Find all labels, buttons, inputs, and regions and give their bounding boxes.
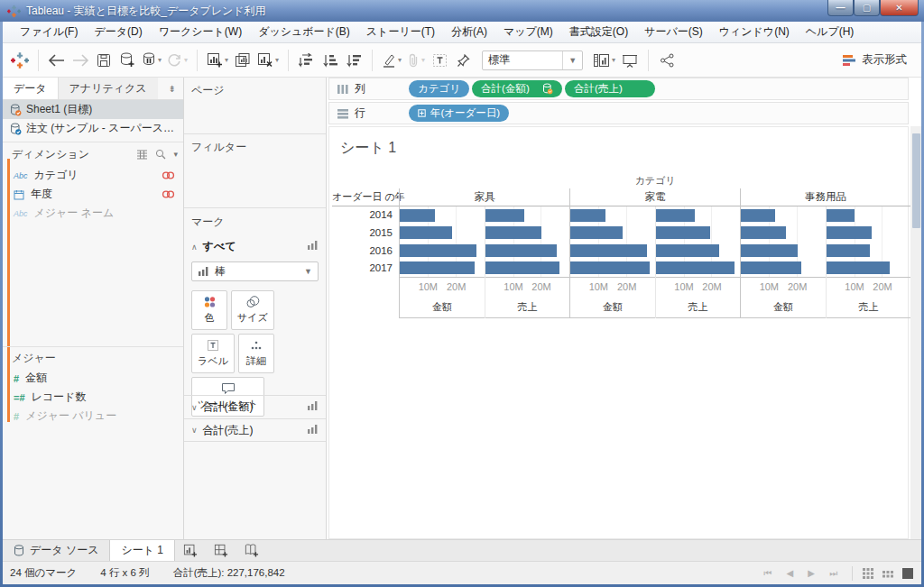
text-label-button[interactable] xyxy=(428,48,451,73)
menu-item-0[interactable]: ファイル(F) xyxy=(12,22,86,42)
swap-axes-button[interactable] xyxy=(295,48,319,73)
show-sheet-sorter-icon[interactable] xyxy=(862,567,874,580)
fit-selector[interactable]: 標準 ▼ xyxy=(482,50,583,70)
bar-mark[interactable] xyxy=(485,209,524,222)
maximize-button[interactable]: ▢ xyxy=(854,0,880,16)
measure-field[interactable]: =#レコード数 xyxy=(3,388,183,407)
save-button[interactable] xyxy=(92,48,116,73)
minimize-button[interactable]: — xyxy=(827,0,854,16)
view-data-grid-icon[interactable] xyxy=(136,150,148,160)
show-me-button[interactable]: 表示形式 xyxy=(842,52,916,68)
refresh-button[interactable]: ▾ xyxy=(164,48,190,73)
bar-mark[interactable] xyxy=(570,261,650,274)
bar-mark[interactable] xyxy=(656,244,719,257)
tab-analytics[interactable]: アナリティクス xyxy=(58,78,158,99)
shelf-pill[interactable]: 合計(売上) xyxy=(565,80,655,97)
data-source-item[interactable]: Sheet1 (目標) xyxy=(3,100,183,119)
bar-mark[interactable] xyxy=(570,226,623,239)
show-tabs-icon[interactable] xyxy=(901,567,914,580)
marks-measure-card-1[interactable]: ∨合計(売上) xyxy=(184,418,326,442)
bar-mark[interactable] xyxy=(485,261,559,274)
bar-mark[interactable] xyxy=(485,226,541,239)
shelf-pill[interactable]: 合計(金額) xyxy=(472,80,562,97)
columns-shelf[interactable]: 列 カテゴリ合計(金額)合計(売上) xyxy=(328,78,909,100)
new-dashboard-tab-button[interactable] xyxy=(206,540,236,561)
menu-item-4[interactable]: ストーリー(T) xyxy=(358,22,443,42)
bar-mark[interactable] xyxy=(400,209,435,222)
mark-button-color[interactable]: 色 xyxy=(191,290,227,330)
bar-mark[interactable] xyxy=(741,261,801,274)
bar-mark[interactable] xyxy=(656,209,695,222)
menu-item-2[interactable]: ワークシート(W) xyxy=(151,22,250,42)
bar-mark[interactable] xyxy=(570,209,605,222)
menu-item-10[interactable]: ヘルプ(H) xyxy=(798,22,863,42)
data-source-item[interactable]: 注文 (サンプル - スーパース… xyxy=(3,119,183,138)
pages-card[interactable]: ページ xyxy=(184,78,326,134)
bar-mark[interactable] xyxy=(827,226,872,239)
bar-mark[interactable] xyxy=(827,261,890,274)
share-button[interactable] xyxy=(655,48,679,73)
marks-all-row[interactable]: ∧ すべて xyxy=(184,234,326,260)
dimension-field[interactable]: Abcメジャー ネーム xyxy=(3,204,183,223)
measure-field[interactable]: #メジャー バリュー xyxy=(3,407,183,426)
menu-item-9[interactable]: ウィンドウ(N) xyxy=(711,22,798,42)
bar-mark[interactable] xyxy=(741,209,775,222)
sort-descending-button[interactable] xyxy=(342,48,365,73)
dimension-field[interactable]: Abcカテゴリ xyxy=(3,166,183,185)
mark-button-size[interactable]: サイズ xyxy=(231,290,274,330)
tableau-logo-button[interactable] xyxy=(8,48,32,73)
menu-item-7[interactable]: 書式設定(O) xyxy=(561,22,636,42)
bar-mark[interactable] xyxy=(400,261,475,274)
presentation-mode-button[interactable] xyxy=(618,48,642,73)
fix-axes-button[interactable] xyxy=(451,48,475,73)
first-page-icon[interactable]: ⏮ xyxy=(764,568,778,579)
menu-item-3[interactable]: ダッシュボード(B) xyxy=(250,22,358,42)
shelf-pill[interactable]: 年(オーダー日) xyxy=(409,105,509,122)
menu-item-6[interactable]: マップ(M) xyxy=(495,22,561,42)
shelf-pill[interactable]: カテゴリ xyxy=(409,80,469,97)
rows-shelf[interactable]: 行 年(オーダー日) xyxy=(328,102,909,124)
group-members-button[interactable]: ▾ xyxy=(404,48,428,73)
bar-mark[interactable] xyxy=(400,244,476,257)
marks-measure-card-0[interactable]: ∨合計(金額) xyxy=(184,395,326,418)
menu-item-5[interactable]: 分析(A) xyxy=(443,22,495,42)
expand-icon[interactable] xyxy=(418,109,426,117)
tab-data[interactable]: データ xyxy=(3,78,58,99)
new-worksheet-button[interactable]: ▾ xyxy=(204,48,231,73)
bar-mark[interactable] xyxy=(656,261,735,274)
bar-mark[interactable] xyxy=(741,244,798,257)
redo-button[interactable] xyxy=(69,48,92,73)
new-worksheet-tab-button[interactable] xyxy=(175,540,206,561)
mark-button-label[interactable]: ラベル xyxy=(191,334,235,373)
bar-mark[interactable] xyxy=(827,209,855,222)
tab-sheet1[interactable]: シート 1 xyxy=(109,540,175,561)
menu-item-1[interactable]: データ(D) xyxy=(86,22,150,42)
bar-mark[interactable] xyxy=(656,226,710,239)
mark-type-dropdown[interactable]: 棒 ▼ xyxy=(191,261,319,281)
bar-mark[interactable] xyxy=(485,244,557,257)
dimensions-menu-caret-icon[interactable]: ▾ xyxy=(173,150,178,159)
last-page-icon[interactable]: ⏭ xyxy=(829,568,843,579)
bar-mark[interactable] xyxy=(827,244,870,257)
vertical-scrollbar[interactable] xyxy=(910,126,921,539)
close-button[interactable]: ✕ xyxy=(880,0,919,16)
highlight-button[interactable]: ▾ xyxy=(379,48,404,73)
dimension-field[interactable]: 年度 xyxy=(3,185,183,204)
tab-data-source[interactable]: データ ソース xyxy=(3,540,109,561)
menu-item-8[interactable]: サーバー(S) xyxy=(636,22,711,42)
show-hide-cards-button[interactable]: ▾ xyxy=(590,48,618,73)
show-filmstrip-icon[interactable] xyxy=(882,567,894,580)
filters-card[interactable]: フィルター xyxy=(184,134,326,208)
prev-page-icon[interactable]: ◀ xyxy=(787,568,799,578)
bar-mark[interactable] xyxy=(400,226,452,239)
pause-updates-button[interactable]: ▾ xyxy=(139,48,164,73)
search-icon[interactable] xyxy=(155,149,166,160)
duplicate-sheet-button[interactable] xyxy=(231,48,254,73)
bar-mark[interactable] xyxy=(570,244,647,257)
scrollbar-thumb[interactable] xyxy=(912,133,920,228)
new-data-source-button[interactable] xyxy=(116,48,139,73)
sort-ascending-button[interactable] xyxy=(319,48,342,73)
next-page-icon[interactable]: ▶ xyxy=(808,568,820,578)
mark-button-detail[interactable]: 詳細 xyxy=(238,334,274,373)
pane-collapse-icon[interactable]: ⇟ xyxy=(162,78,183,99)
